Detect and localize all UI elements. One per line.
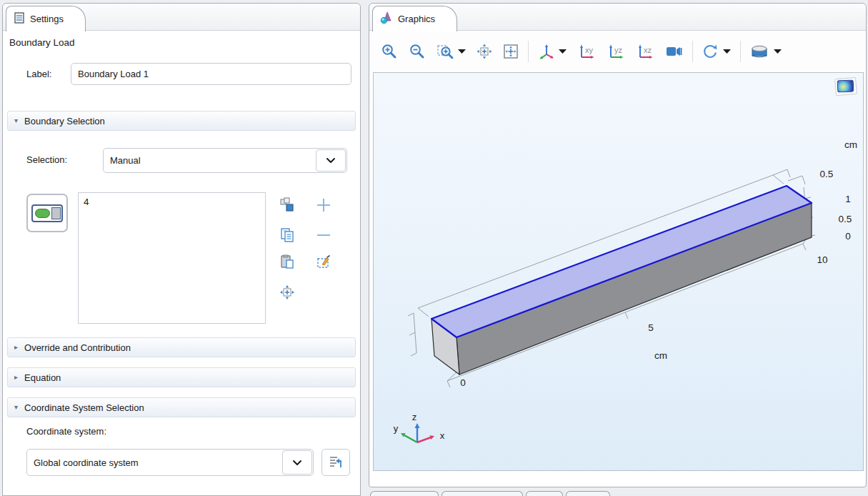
zoom-in-icon[interactable] [381,43,398,60]
zoom-out-icon[interactable] [409,43,426,60]
section-equation[interactable]: ▸ Equation [7,367,356,387]
axis-tick-label: 0 [845,231,851,242]
go-to-source-icon [328,455,344,470]
chevron-down-icon [292,460,302,466]
go-to-source-button[interactable] [321,449,350,476]
graphics-toolbar: xy yz xz [370,31,865,71]
axis-unit-label: cm [844,139,857,150]
svg-text:xy: xy [585,46,594,54]
view-xy-icon[interactable]: xy [577,42,597,61]
section-coordinate-system[interactable]: ▾ Coordinate System Selection [7,397,356,417]
chevron-down-icon[interactable] [773,49,782,54]
beam-3d-scene: cm 0.5 1 0.5 0 10 5 cm 0 z y x [374,73,863,470]
chevron-expanded-icon: ▾ [14,404,18,411]
selection-combo-value: Manual [104,149,315,172]
minimize-button[interactable] [303,14,320,31]
bottom-panel-tab-partial[interactable] [526,491,563,496]
scene-light-icon[interactable] [749,43,769,60]
triad-z-label: z [412,412,417,422]
chevron-expanded-icon: ▾ [14,117,18,124]
copy-selection-icon[interactable] [279,227,296,244]
zoom-box-icon[interactable] [437,43,455,60]
zoom-to-selection-icon[interactable] [279,284,296,302]
chevron-down-icon[interactable] [558,49,567,54]
section-equation-title: Equation [24,372,61,383]
section-boundary-selection[interactable]: ▾ Boundary Selection [7,111,356,131]
settings-list-icon [14,12,25,26]
axis-tick-label: 0.5 [839,214,852,224]
selection-combo[interactable]: Manual [103,148,347,173]
zoom-window-icon[interactable] [502,43,519,60]
toolbar-separator [740,41,741,62]
paste-selection-icon[interactable] [279,254,296,272]
settings-tabstrip: Settings [3,4,360,31]
tab-graphics[interactable]: Graphics [372,6,457,31]
graphics-tabstrip: Graphics [369,4,866,31]
triad-x-label: x [440,430,445,441]
chevron-down-icon [326,157,336,164]
selection-combo-button[interactable] [316,149,346,172]
axis-unit-label: cm [654,350,667,361]
chevron-collapsed-icon: ▸ [14,344,18,351]
clear-selection-icon[interactable] [315,254,332,272]
section-override[interactable]: ▸ Override and Contribution [7,337,356,357]
thumbnail-image-icon [837,80,854,93]
camera-icon[interactable] [665,43,684,60]
triad-y-label: y [394,423,399,434]
label-input[interactable] [71,63,351,85]
boundary-selection-list[interactable]: 4 [78,192,266,324]
list-item[interactable]: 4 [84,197,260,207]
minimize-button[interactable] [809,14,826,31]
add-icon[interactable] [315,197,332,214]
axis-tick-label: 1 [845,194,851,204]
label-field-label: Label: [26,69,51,79]
bottom-panel-tab-partial[interactable] [566,491,610,496]
create-selection-icon[interactable] [279,197,296,214]
view-yz-icon[interactable]: yz [607,42,627,61]
coordinate-system-combo[interactable]: Global coordinate system [26,449,314,476]
zoom-extents-icon[interactable] [476,43,493,60]
beam-selected-top-face[interactable] [431,186,812,337]
selection-label: Selection: [26,154,67,165]
section-override-title: Override and Contribution [24,342,131,353]
axis-tick-label: 0.5 [820,169,834,179]
orientation-triad: z y x [394,412,445,442]
page-title: Boundary Load [9,37,75,48]
maximize-button[interactable] [839,11,856,28]
selection-active-toggle[interactable] [26,194,68,232]
settings-panel: Settings Boundary Load Label: ▾ Boundary… [2,3,361,496]
maximize-button[interactable] [333,11,350,28]
axis-tick-label: 10 [817,254,827,265]
bottom-panel-tab-partial[interactable] [442,491,523,496]
remove-icon[interactable] [315,227,332,244]
tab-settings[interactable]: Settings [6,6,86,31]
section-coordinate-system-title: Coordinate System Selection [24,402,144,413]
rotate-icon[interactable] [702,43,719,60]
coordinate-system-combo-button[interactable] [282,450,312,475]
coordinate-system-combo-value: Global coordinate system [27,450,281,475]
chevron-down-icon[interactable] [457,49,467,54]
tab-graphics-label: Graphics [398,14,435,24]
tab-settings-label: Settings [30,14,64,24]
toolbar-separator [528,41,529,62]
section-boundary-selection-title: Boundary Selection [24,116,105,127]
plot-thumbnail-button[interactable] [835,78,857,95]
toggle-on-icon [31,204,63,222]
settings-body: Boundary Load Label: ▾ Boundary Selectio… [3,31,360,495]
graphics-panel: Graphics [369,3,867,487]
graphics-canvas[interactable]: cm 0.5 1 0.5 0 10 5 cm 0 z y x [373,72,864,471]
svg-text:yz: yz [614,46,622,54]
svg-text:xz: xz [644,46,652,54]
comsol-logo-icon [380,11,393,26]
bottom-panel-tab-partial[interactable] [370,491,439,496]
chevron-down-icon[interactable] [722,49,732,54]
coordinate-system-label: Coordinate system: [26,426,106,437]
view-xz-icon[interactable]: xz [636,42,656,61]
toolbar-separator [692,41,693,62]
chevron-collapsed-icon: ▸ [14,374,18,381]
orientation-triad-icon[interactable] [537,42,556,61]
axis-tick-label: 5 [648,322,654,333]
axis-tick-label: 0 [460,377,466,388]
bottom-panel-tabs [370,491,610,496]
